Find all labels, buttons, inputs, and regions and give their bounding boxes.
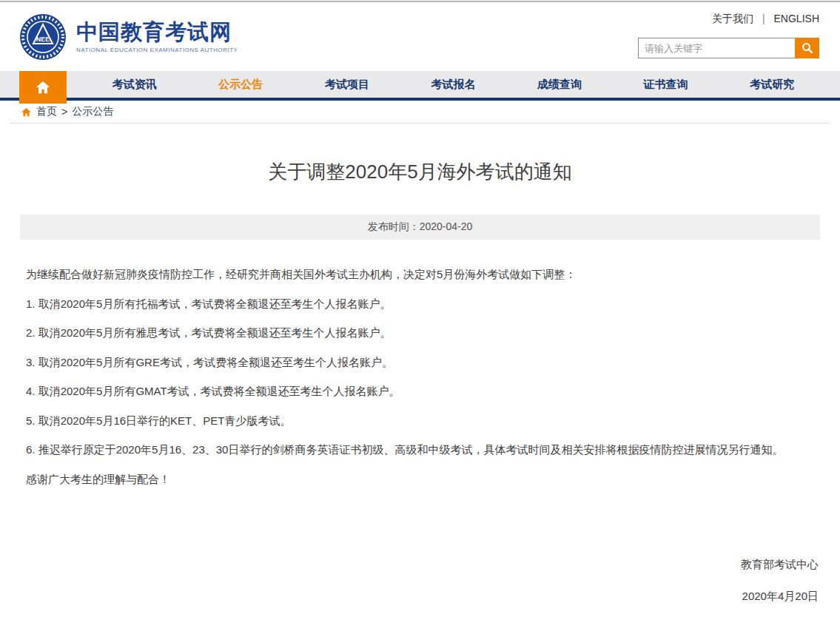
nav-item-exam-registration[interactable]: 考试报名: [431, 78, 475, 92]
breadcrumb: 首页 > 公示公告: [10, 101, 830, 124]
signature-date: 2020年4月20日: [20, 590, 819, 604]
nav-item-exam-programs[interactable]: 考试项目: [325, 78, 369, 92]
publish-date: 发布时间：2020-04-20: [368, 220, 473, 234]
site-title: 中国教育考试网: [76, 21, 238, 44]
home-icon: [35, 79, 51, 95]
nav-item-certificate-query[interactable]: 证书查询: [644, 78, 688, 92]
signature-org: 教育部考试中心: [20, 558, 819, 572]
svg-text:NEE: NEE: [36, 36, 50, 43]
paragraph-item-2: 2. 取消2020年5月所有雅思考试，考试费将全额退还至考生个人报名账户。: [26, 325, 814, 342]
header-top-links: 关于我们 | ENGLISH: [712, 13, 819, 26]
search-box: [638, 38, 819, 58]
paragraph-intro: 为继续配合做好新冠肺炎疫情防控工作，经研究并商相关国外考试主办机构，决定对5月份…: [26, 266, 814, 283]
site-logo[interactable]: NEE 中国教育考试网 NATIONAL EDUCATION EXAMINATI…: [19, 13, 238, 61]
paragraph-thanks: 感谢广大考生的理解与配合！: [26, 471, 814, 488]
paragraph-item-6: 6. 推迟举行原定于2020年5月16、23、30日举行的剑桥商务英语证书初级、…: [26, 442, 814, 459]
breadcrumb-home-icon: [21, 107, 32, 118]
notice-article: 关于调整2020年5月海外考试的通知 发布时间：2020-04-20 为继续配合…: [0, 159, 840, 617]
paragraph-item-5: 5. 取消2020年5月16日举行的KET、PET青少版考试。: [26, 413, 814, 430]
home-button[interactable]: [19, 71, 67, 104]
search-input[interactable]: [638, 38, 795, 58]
publish-date-bar: 发布时间：2020-04-20: [20, 215, 820, 240]
breadcrumb-current[interactable]: 公示公告: [72, 105, 113, 118]
top-links-divider: |: [762, 13, 765, 24]
search-button[interactable]: [795, 38, 819, 58]
site-subtitle: NATIONAL EDUCATION EXAMINATIONS AUTHORIT…: [76, 47, 238, 53]
paragraph-item-1: 1. 取消2020年5月所有托福考试，考试费将全额退还至考生个人报名账户。: [26, 296, 814, 313]
about-us-link[interactable]: 关于我们: [712, 13, 753, 24]
nav-items: 考试资讯 公示公告 考试项目 考试报名 成绩查询 证书查询 考试研究: [67, 71, 840, 98]
breadcrumb-home[interactable]: 首页: [36, 105, 57, 118]
neea-emblem-icon: NEE: [19, 13, 67, 61]
nav-item-score-query[interactable]: 成绩查询: [537, 78, 582, 92]
nav-item-announcements[interactable]: 公示公告: [218, 78, 263, 92]
article-signature: 教育部考试中心 2020年4月20日: [20, 558, 820, 604]
nav-item-exam-research[interactable]: 考试研究: [750, 78, 794, 92]
main-navigation: 考试资讯 公示公告 考试项目 考试报名 成绩查询 证书查询 考试研究: [0, 71, 840, 101]
nav-item-exam-news[interactable]: 考试资讯: [112, 78, 157, 92]
english-link[interactable]: ENGLISH: [774, 13, 819, 24]
site-header: NEE 中国教育考试网 NATIONAL EDUCATION EXAMINATI…: [0, 2, 840, 71]
breadcrumb-separator: >: [61, 106, 67, 118]
paragraph-item-3: 3. 取消2020年5月所有GRE考试，考试费将全额退还至考生个人报名账户。: [26, 354, 814, 371]
search-icon: [801, 41, 814, 55]
page-title: 关于调整2020年5月海外考试的通知: [20, 159, 820, 185]
paragraph-item-4: 4. 取消2020年5月所有GMAT考试，考试费将全额退还至考生个人报名账户。: [26, 383, 814, 400]
article-body: 为继续配合做好新冠肺炎疫情防控工作，经研究并商相关国外考试主办机构，决定对5月份…: [20, 266, 820, 488]
logo-text: 中国教育考试网 NATIONAL EDUCATION EXAMINATIONS …: [76, 21, 238, 53]
